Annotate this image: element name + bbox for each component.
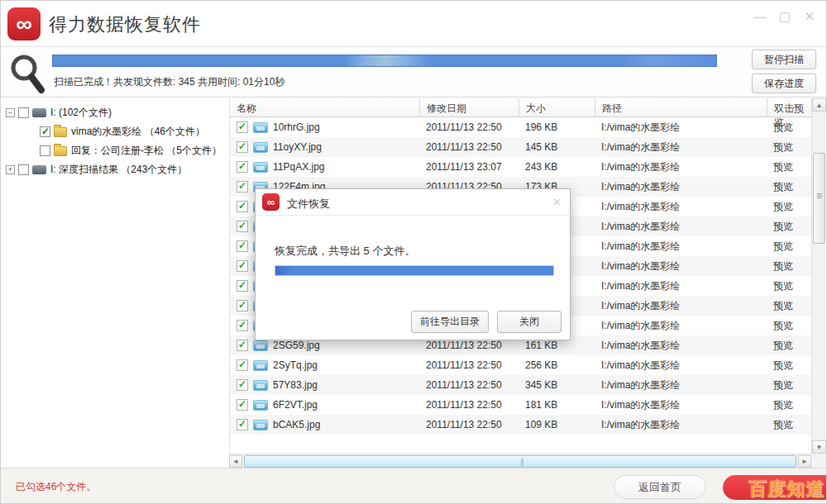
vertical-scroll-thumb[interactable] xyxy=(813,153,825,244)
table-row[interactable]: 6F2VT.jpg2011/11/13 22:50181 KBI:/vima的水… xyxy=(230,395,812,415)
table-row[interactable]: bCAK5.jpg2011/11/13 22:50109 KBI:/vima的水… xyxy=(230,415,812,435)
date-cell: 2011/11/13 22:50 xyxy=(419,399,519,411)
save-progress-button[interactable]: 保存进度 xyxy=(752,74,816,93)
path-cell: I:/vima的水墨彩绘 xyxy=(595,200,767,214)
row-checkbox[interactable] xyxy=(237,379,248,391)
row-checkbox[interactable] xyxy=(237,419,248,430)
tree-item-label: 回复：公司注册-李松 （5个文件） xyxy=(71,144,222,158)
tree-item[interactable]: +I: 深度扫描结果 （243个文件） xyxy=(1,160,229,179)
tree-item-label: I: 深度扫描结果 （243个文件） xyxy=(50,163,187,177)
minimize-icon[interactable]: — xyxy=(753,9,767,24)
table-row[interactable]: 57Y83.jpg2011/11/13 22:50345 KBI:/vima的水… xyxy=(230,375,812,395)
path-cell: I:/vima的水墨彩绘 xyxy=(595,240,767,254)
preview-cell[interactable]: 预览 xyxy=(767,220,812,234)
preview-cell[interactable]: 预览 xyxy=(767,180,812,194)
dialog-title: 文件恢复 xyxy=(287,197,330,212)
table-row[interactable]: 11oyXY.jpg2011/11/13 22:50145 KBI:/vima的… xyxy=(230,137,812,157)
row-checkbox[interactable] xyxy=(237,280,248,292)
vertical-scrollbar[interactable]: ▲ ▼ xyxy=(811,98,825,454)
date-cell: 2011/11/13 23:07 xyxy=(419,161,519,173)
window-controls: — ▢ ✕ xyxy=(753,9,816,24)
open-export-dir-button[interactable]: 前往导出目录 xyxy=(411,311,489,333)
preview-cell[interactable]: 预览 xyxy=(767,121,812,135)
image-file-icon xyxy=(253,122,268,133)
file-name: 2SG59.jpg xyxy=(273,340,320,351)
scan-status-text: 扫描已完成！共发现文件数: 345 共用时间: 01分10秒 xyxy=(54,75,284,89)
scroll-down-icon[interactable]: ▼ xyxy=(812,440,826,454)
expand-icon[interactable]: + xyxy=(6,165,15,174)
pause-scan-button[interactable]: 暂停扫描 xyxy=(752,50,816,69)
header-date[interactable]: 修改日期 xyxy=(419,98,519,116)
tree-checkbox[interactable] xyxy=(18,107,29,118)
dialog-close-button[interactable]: 关闭 xyxy=(497,311,562,333)
path-cell: I:/vima的水墨彩绘 xyxy=(595,359,767,373)
header-size[interactable]: 大小 xyxy=(519,98,595,116)
table-row[interactable]: 10rhrG.jpg2011/11/13 22:50196 KBI:/vima的… xyxy=(230,117,812,137)
table-row[interactable]: ergyre.jpg2011/11/13 22:50247 KBI:/vima的… xyxy=(230,435,812,435)
horizontal-scroll-thumb[interactable] xyxy=(244,455,796,468)
row-checkbox[interactable] xyxy=(237,181,248,193)
scan-section: 扫描已完成！共发现文件数: 345 共用时间: 01分10秒 暂停扫描 保存进度 xyxy=(1,48,826,97)
scan-progress-fill xyxy=(53,55,716,66)
row-checkbox[interactable] xyxy=(237,221,248,232)
collapse-icon[interactable]: − xyxy=(6,108,15,117)
date-cell: 2011/11/13 22:50 xyxy=(419,121,519,133)
row-checkbox[interactable] xyxy=(237,399,248,411)
row-checkbox[interactable] xyxy=(237,121,248,133)
name-cell: 11oyXY.jpg xyxy=(230,141,419,153)
tree-item[interactable]: −I: (102个文件) xyxy=(1,103,229,122)
preview-cell[interactable]: 预览 xyxy=(767,200,812,214)
selected-count-text: 已勾选46个文件。 xyxy=(16,480,96,494)
header-path[interactable]: 路径 xyxy=(595,98,767,116)
preview-cell[interactable]: 预览 xyxy=(767,418,812,432)
header-name[interactable]: 名称 xyxy=(230,98,419,116)
preview-cell[interactable]: 预览 xyxy=(767,259,812,273)
tree-item-label: I: (102个文件) xyxy=(50,106,112,120)
row-checkbox[interactable] xyxy=(237,340,248,351)
size-cell: 161 KB xyxy=(519,340,595,351)
close-icon[interactable]: ✕ xyxy=(803,9,816,24)
scroll-right-icon[interactable]: ► xyxy=(798,455,811,468)
preview-cell[interactable]: 预览 xyxy=(767,279,812,293)
tree-checkbox[interactable] xyxy=(40,126,50,137)
path-cell: I:/vima的水墨彩绘 xyxy=(595,398,767,412)
scroll-left-icon[interactable]: ◄ xyxy=(229,455,242,468)
header-preview[interactable]: 双击预览 xyxy=(767,98,811,116)
preview-cell[interactable]: 预览 xyxy=(767,359,812,373)
preview-cell[interactable]: 预览 xyxy=(767,339,812,353)
row-checkbox[interactable] xyxy=(237,359,248,371)
row-checkbox[interactable] xyxy=(237,240,248,252)
preview-cell[interactable]: 预览 xyxy=(767,299,812,313)
table-row[interactable]: 11PqAX.jpg2011/11/13 23:07243 KBI:/vima的… xyxy=(230,157,812,177)
scroll-up-icon[interactable]: ▲ xyxy=(812,98,826,112)
name-cell: 2SG59.jpg xyxy=(230,340,419,351)
preview-cell[interactable]: 预览 xyxy=(767,160,812,174)
row-checkbox[interactable] xyxy=(237,260,248,272)
tree-item[interactable]: vima的水墨彩绘 （46个文件） xyxy=(1,122,229,141)
horizontal-scrollbar[interactable]: ◄ ► xyxy=(229,454,811,468)
preview-cell[interactable]: 预览 xyxy=(767,240,812,254)
preview-cell[interactable]: 预览 xyxy=(767,140,812,155)
magnifier-icon xyxy=(7,50,49,96)
tree-checkbox[interactable] xyxy=(40,145,50,156)
file-name: 2SyTq.jpg xyxy=(273,359,318,371)
size-cell: 345 KB xyxy=(519,379,595,391)
table-row[interactable]: 2SyTq.jpg2011/11/13 22:50256 KBI:/vima的水… xyxy=(230,355,812,375)
dialog-close-icon[interactable]: ✕ xyxy=(552,196,562,208)
size-cell: 109 KB xyxy=(519,419,595,430)
row-checkbox[interactable] xyxy=(237,201,248,212)
preview-cell[interactable]: 预览 xyxy=(767,378,812,392)
table-header: 名称 修改日期 大小 路径 双击预览 xyxy=(230,98,811,117)
tree-item[interactable]: 回复：公司注册-李松 （5个文件） xyxy=(1,141,229,160)
row-checkbox[interactable] xyxy=(237,141,248,153)
preview-cell[interactable]: 预览 xyxy=(767,398,812,412)
row-checkbox[interactable] xyxy=(237,320,248,331)
file-name: 57Y83.jpg xyxy=(273,379,318,391)
tree-checkbox[interactable] xyxy=(18,164,29,175)
row-checkbox[interactable] xyxy=(237,300,248,311)
maximize-icon[interactable]: ▢ xyxy=(778,9,791,24)
preview-cell[interactable]: 预览 xyxy=(767,319,812,333)
back-home-button[interactable]: 返回首页 xyxy=(614,475,706,499)
dialog-title-bar: ∞ 文件恢复 ✕ xyxy=(256,189,570,216)
row-checkbox[interactable] xyxy=(237,161,248,173)
